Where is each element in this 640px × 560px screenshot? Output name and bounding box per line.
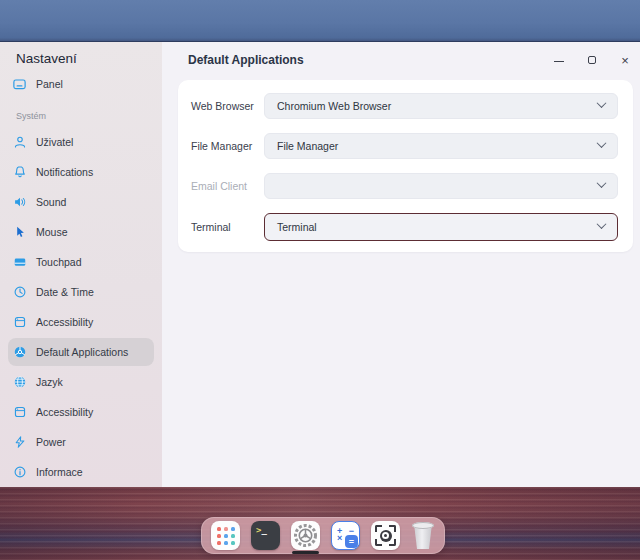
sidebar-item-notifications[interactable]: Notifications — [8, 158, 154, 186]
cursor-icon — [12, 225, 27, 240]
web-browser-value: Chromium Web Browser — [277, 100, 391, 112]
sidebar-title: Nastavení — [0, 50, 162, 68]
sidebar-item-label: Informace — [36, 466, 83, 478]
sidebar-item-label: Date & Time — [36, 286, 94, 298]
user-icon — [12, 135, 27, 150]
web-browser-row: Web Browser Chromium Web Browser — [191, 93, 618, 119]
email-client-label: Email Client — [191, 180, 264, 192]
chevron-down-icon — [597, 219, 607, 229]
sidebar: Nastavení Panel Systém Uživatel Notifica… — [0, 42, 162, 487]
screenshot-icon[interactable] — [371, 521, 400, 550]
sidebar-item-label: Notifications — [36, 166, 93, 178]
sidebar-item-label: Default Applications — [36, 346, 128, 358]
titlebar: Default Applications × — [162, 42, 640, 78]
window-controls: × — [552, 53, 634, 67]
chevron-down-icon — [597, 178, 607, 188]
terminal-label: Terminal — [191, 221, 264, 233]
sidebar-item-touchpad[interactable]: Touchpad — [8, 248, 154, 276]
globe-icon — [12, 375, 27, 390]
close-button[interactable]: × — [618, 53, 632, 67]
terminal-value: Terminal — [277, 221, 317, 233]
file-manager-dropdown[interactable]: File Manager — [264, 133, 618, 159]
sidebar-item-user[interactable]: Uživatel — [8, 128, 154, 156]
sidebar-item-label: Panel — [36, 78, 63, 90]
sidebar-item-mouse[interactable]: Mouse — [8, 218, 154, 246]
sidebar-item-language[interactable]: Jazyk — [8, 368, 154, 396]
chevron-down-icon — [597, 98, 607, 108]
sidebar-item-label: Accessibility — [36, 316, 93, 328]
desktop-wallpaper-top — [0, 0, 640, 42]
default-apps-card: Web Browser Chromium Web Browser File Ma… — [178, 80, 633, 252]
email-client-row: Email Client — [191, 173, 618, 199]
file-manager-label: File Manager — [191, 140, 264, 152]
maximize-button[interactable] — [585, 53, 599, 67]
sidebar-item-label: Power — [36, 436, 66, 448]
trash-icon[interactable] — [411, 521, 435, 550]
sidebar-item-default-applications[interactable]: Default Applications — [8, 338, 154, 366]
sidebar-item-label: Sound — [36, 196, 66, 208]
app-launcher-icon[interactable] — [211, 521, 240, 550]
calculator-icon[interactable]: + − × = — [331, 521, 360, 550]
page-title: Default Applications — [188, 53, 304, 67]
web-browser-label: Web Browser — [191, 100, 264, 112]
file-manager-value: File Manager — [277, 140, 338, 152]
web-browser-dropdown[interactable]: Chromium Web Browser — [264, 93, 618, 119]
sidebar-item-label: Mouse — [36, 226, 68, 238]
sidebar-item-accessibility-2[interactable]: Accessibility — [8, 398, 154, 426]
touchpad-icon — [12, 255, 27, 270]
default-apps-icon — [12, 345, 27, 360]
chevron-down-icon — [597, 138, 607, 148]
accessibility-icon — [12, 315, 27, 330]
power-icon — [12, 435, 27, 450]
dock: >_ + − × = — [201, 517, 445, 554]
sidebar-item-information[interactable]: Informace — [8, 458, 154, 486]
sound-icon — [12, 195, 27, 210]
info-icon — [12, 465, 27, 480]
sidebar-item-date-time[interactable]: Date & Time — [8, 278, 154, 306]
terminal-row: Terminal Terminal — [191, 213, 618, 241]
minimize-button[interactable] — [552, 53, 566, 67]
email-client-dropdown[interactable] — [264, 173, 618, 199]
sidebar-section-system: Systém — [16, 106, 162, 126]
sidebar-item-label: Jazyk — [36, 376, 63, 388]
settings-icon[interactable] — [291, 521, 320, 550]
sidebar-item-sound[interactable]: Sound — [8, 188, 154, 216]
panel-icon — [12, 77, 27, 92]
accessibility-icon — [12, 405, 27, 420]
file-manager-row: File Manager File Manager — [191, 133, 618, 159]
sidebar-item-label: Accessibility — [36, 406, 93, 418]
bell-icon — [12, 165, 27, 180]
terminal-dropdown[interactable]: Terminal — [264, 213, 618, 241]
terminal-icon[interactable]: >_ — [251, 521, 280, 550]
sidebar-item-power[interactable]: Power — [8, 428, 154, 456]
sidebar-item-label: Touchpad — [36, 256, 82, 268]
sidebar-item-label: Uživatel — [36, 136, 73, 148]
sidebar-item-panel[interactable]: Panel — [8, 70, 154, 98]
clock-icon — [12, 285, 27, 300]
sidebar-item-accessibility-1[interactable]: Accessibility — [8, 308, 154, 336]
settings-window: Nastavení Panel Systém Uživatel Notifica… — [0, 42, 640, 487]
main-panel: Default Applications × Web Browser Chrom… — [162, 42, 640, 487]
running-app-indicator — [292, 551, 319, 555]
